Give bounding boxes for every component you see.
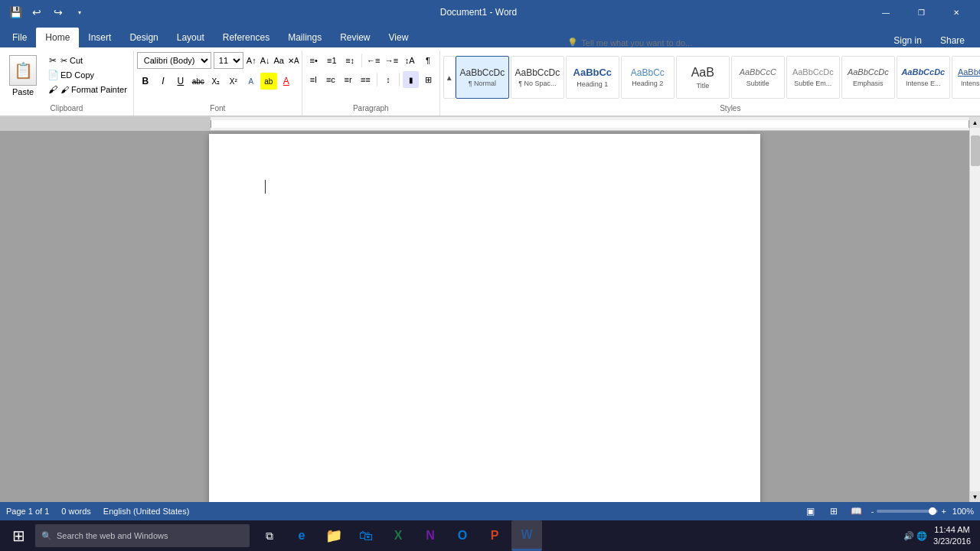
zoom-control[interactable]: - + 100% (871, 507, 974, 516)
sort-button[interactable]: ↕A (401, 52, 418, 69)
font-family-select[interactable]: Calibri (Body) (137, 52, 211, 69)
word-app[interactable]: W (511, 520, 542, 551)
paste-button[interactable]: 📋 Paste (3, 52, 43, 99)
explorer-app[interactable]: 📁 (318, 520, 349, 551)
increase-indent-button[interactable]: →≡ (384, 52, 400, 69)
ribbon-tab-bar: File Home Insert Design Layout Reference… (0, 24, 980, 47)
undo-button[interactable]: ↩ (28, 3, 46, 21)
shading-button[interactable]: ▮ (403, 71, 419, 88)
sign-in-button[interactable]: Sign in (887, 34, 928, 47)
subscript-button[interactable]: X₂ (207, 73, 224, 90)
bullets-button[interactable]: ≡• (305, 52, 322, 69)
taskbar-search[interactable]: 🔍 Search the web and Windows (35, 524, 250, 547)
zoom-plus-button[interactable]: + (941, 507, 946, 516)
scroll-thumb[interactable] (971, 135, 980, 166)
start-button[interactable]: ⊞ (3, 520, 34, 551)
tab-design[interactable]: Design (120, 28, 167, 47)
tab-references[interactable]: References (214, 28, 279, 47)
styles-scroll-up[interactable]: ▲ (443, 56, 456, 99)
style-intense-e2[interactable]: AaBbCcDc Intense E... (952, 56, 980, 99)
font-row-top: Calibri (Body) 11 A↑ A↓ Aa ✕A (137, 52, 299, 69)
page-indicator: Page 1 of 1 (6, 507, 49, 516)
multilevel-button[interactable]: ≡↕ (341, 52, 358, 69)
font-format-row: B I U abc X₂ X² A ab A (137, 73, 299, 90)
clear-formatting-button[interactable]: ✕A (287, 52, 300, 69)
minimize-button[interactable]: — (868, 0, 903, 24)
tab-view[interactable]: View (380, 28, 418, 47)
style-normal[interactable]: AaBbCcDc ¶ Normal (456, 56, 509, 99)
zoom-minus-button[interactable]: - (871, 507, 874, 516)
paragraph-row-bottom: ≡l ≡c ≡r ≡≡ ↕ ▮ ⊞ (305, 71, 436, 88)
borders-button[interactable]: ⊞ (420, 71, 436, 88)
store-app[interactable]: 🛍 (351, 520, 381, 551)
shrink-font-button[interactable]: A↓ (260, 52, 271, 69)
zoom-slider[interactable] (877, 510, 938, 513)
italic-button[interactable]: I (155, 73, 172, 90)
copy-button[interactable]: 📄 ED Copy (44, 68, 130, 82)
align-center-button[interactable]: ≡c (323, 71, 339, 88)
save-button[interactable]: 💾 (6, 3, 24, 21)
edge-app[interactable]: e (286, 520, 317, 551)
document-container[interactable] (0, 117, 969, 502)
style-title[interactable]: AaB Title (676, 56, 730, 99)
style-heading1[interactable]: AaBbCc Heading 1 (566, 56, 619, 99)
line-spacing-button[interactable]: ↕ (381, 71, 397, 88)
close-button[interactable]: ✕ (939, 0, 974, 24)
quick-access-toolbar: 💾 ↩ ↪ ▾ (6, 3, 89, 21)
font-size-select[interactable]: 11 (214, 52, 243, 69)
restore-button[interactable]: ❐ (903, 0, 939, 24)
numbering-button[interactable]: ≡1 (324, 52, 341, 69)
view-web-button[interactable]: ⊞ (825, 504, 842, 518)
style-intense-e[interactable]: AaBbCcDc Intense E... (897, 56, 950, 99)
show-paragraph-button[interactable]: ¶ (420, 52, 436, 69)
zoom-level: 100% (952, 507, 974, 516)
scroll-track[interactable] (970, 128, 981, 491)
tab-layout[interactable]: Layout (168, 28, 214, 47)
scroll-down-button[interactable]: ▼ (970, 491, 981, 502)
view-print-button[interactable]: ▣ (802, 504, 819, 518)
change-case-button[interactable]: Aa (273, 52, 285, 69)
style-emphasis[interactable]: AaBbCcDc Emphasis (841, 56, 895, 99)
cut-button[interactable]: ✂ ✂ Cut (44, 54, 130, 67)
style-subtle-em[interactable]: AaBbCcDc Subtle Em... (786, 56, 840, 99)
format-painter-button[interactable]: 🖌 🖌 Format Painter (44, 83, 130, 96)
tab-insert[interactable]: Insert (79, 28, 120, 47)
style-heading2[interactable]: AaBbCc Heading 2 (621, 56, 675, 99)
clipboard-group-inner: 📋 Paste ✂ ✂ Cut 📄 ED Copy 🖌 🖌 Format Pai… (3, 52, 130, 103)
excel-app[interactable]: X (383, 520, 413, 551)
tab-mailings[interactable]: Mailings (279, 28, 331, 47)
tab-review[interactable]: Review (331, 28, 379, 47)
tell-me-input[interactable] (581, 38, 734, 47)
text-highlight-button[interactable]: ab (260, 73, 277, 90)
justify-button[interactable]: ≡≡ (358, 71, 374, 88)
onenote-app[interactable]: N (415, 520, 446, 551)
align-left-button[interactable]: ≡l (305, 71, 322, 88)
decrease-indent-button[interactable]: ←≡ (365, 52, 382, 69)
outlook-app[interactable]: O (447, 520, 478, 551)
tab-file[interactable]: File (3, 28, 36, 47)
powerpoint-app[interactable]: P (479, 520, 510, 551)
align-right-button[interactable]: ≡r (340, 71, 356, 88)
scroll-up-button[interactable]: ▲ (970, 117, 981, 128)
styles-group: ▲ AaBbCcDc ¶ Normal AaBbCcDc ¶ No Spac..… (440, 51, 980, 116)
vertical-scrollbar[interactable]: ▲ ▼ (969, 117, 980, 502)
view-read-button[interactable]: 📖 (848, 504, 865, 518)
document-page[interactable] (209, 134, 760, 502)
zoom-thumb[interactable] (929, 507, 936, 515)
superscript-button[interactable]: X² (225, 73, 242, 90)
share-button[interactable]: Share (934, 34, 971, 47)
ruler-scale (211, 120, 969, 128)
qat-dropdown-button[interactable]: ▾ (70, 3, 89, 21)
font-color-button[interactable]: A (278, 73, 295, 90)
tab-home[interactable]: Home (36, 28, 79, 47)
bold-button[interactable]: B (137, 73, 154, 90)
style-subtitle[interactable]: AaBbCcC Subtitle (731, 56, 785, 99)
taskview-button[interactable]: ⧉ (254, 520, 285, 551)
text-effects-button[interactable]: A (243, 73, 260, 90)
strikethrough-button[interactable]: abc (190, 73, 207, 90)
underline-button[interactable]: U (172, 73, 189, 90)
redo-button[interactable]: ↪ (49, 3, 67, 21)
font-label: Font (137, 103, 299, 114)
style-no-spacing[interactable]: AaBbCcDc ¶ No Spac... (511, 56, 564, 99)
grow-font-button[interactable]: A↑ (246, 52, 257, 69)
